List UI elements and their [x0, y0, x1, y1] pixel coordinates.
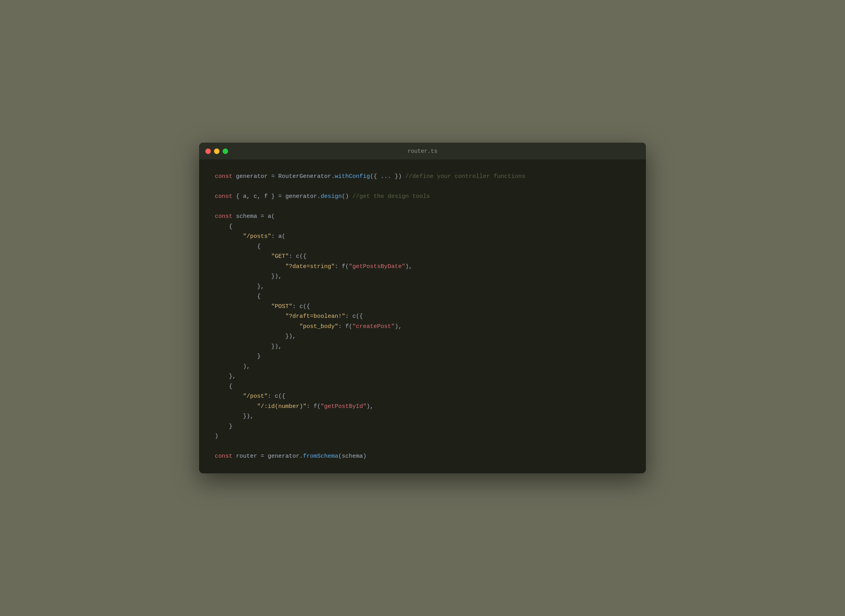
code-line-20: {	[215, 382, 630, 392]
code-window: router.ts const generator = RouterGenera…	[199, 143, 646, 473]
code-line-19: },	[215, 371, 630, 382]
traffic-lights	[205, 149, 228, 154]
code-line-2: const { a, c, f } = generator.design() /…	[215, 192, 630, 202]
code-line-18: ),	[215, 362, 630, 372]
code-line-24: }	[215, 422, 630, 432]
code-line-5: "/posts": a(	[215, 232, 630, 242]
code-line-1: const generator = RouterGenerator.withCo…	[215, 172, 630, 182]
code-line-25: )	[215, 431, 630, 442]
code-line-23: }),	[215, 411, 630, 422]
code-line-12: "POST": c({	[215, 302, 630, 312]
empty-line-2	[215, 202, 630, 212]
empty-line-3	[215, 442, 630, 452]
close-button[interactable]	[205, 149, 211, 154]
code-line-11: {	[215, 292, 630, 302]
code-line-3: const schema = a(	[215, 212, 630, 222]
code-line-14: "post_body": f("createPost"),	[215, 322, 630, 332]
code-line-17: }	[215, 351, 630, 362]
code-line-9: }),	[215, 272, 630, 282]
empty-line-1	[215, 182, 630, 192]
code-line-7: "GET": c({	[215, 252, 630, 262]
titlebar: router.ts	[199, 143, 646, 160]
code-line-8: "?date=string": f("getPostsByDate"),	[215, 262, 630, 272]
code-line-10: },	[215, 282, 630, 292]
code-line-16: }),	[215, 342, 630, 352]
code-line-6: {	[215, 242, 630, 252]
maximize-button[interactable]	[223, 149, 228, 154]
code-line-4: {	[215, 222, 630, 232]
code-line-15: }),	[215, 332, 630, 342]
code-line-22: "/:id(number)": f("getPostById"),	[215, 402, 630, 412]
code-line-13: "?draft=boolean!": c({	[215, 312, 630, 322]
code-line-21: "/post": c({	[215, 391, 630, 402]
code-editor: const generator = RouterGenerator.withCo…	[199, 160, 646, 473]
minimize-button[interactable]	[214, 149, 219, 154]
window-title: router.ts	[408, 148, 437, 154]
code-line-26: const router = generator.fromSchema(sche…	[215, 451, 630, 462]
